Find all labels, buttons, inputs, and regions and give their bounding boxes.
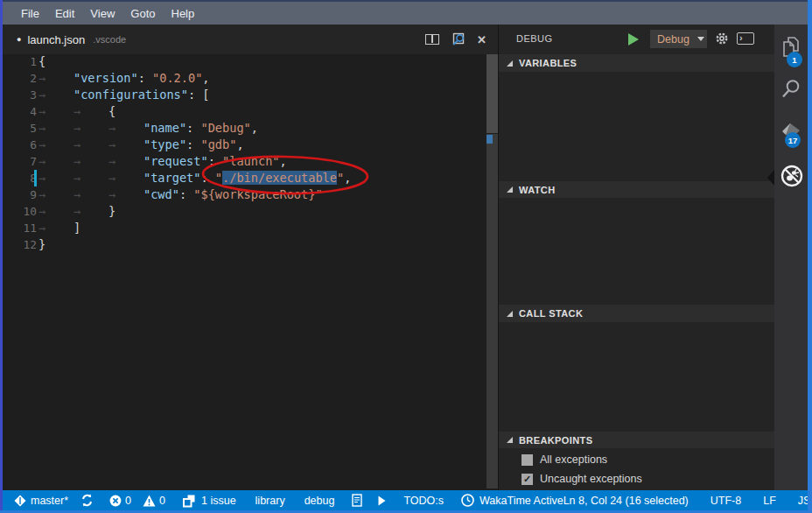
checkbox-unchecked[interactable] [522,454,533,466]
play-status-icon[interactable] [378,495,386,506]
line-number: 9 [3,186,37,203]
search-icon[interactable] [779,77,803,102]
code-token: "0.2.0" [152,71,202,85]
library-item[interactable]: library [256,495,285,507]
code-token: , [251,121,258,135]
error-icon [109,495,122,507]
debug-status-item[interactable]: debug [304,495,335,507]
code-text: →→→"request": "launch", [38,153,287,170]
section-variables[interactable]: VARIABLES [499,54,774,72]
code-line[interactable]: 11→] [3,220,484,236]
code-line[interactable]: 7→→→"request": "launch", [3,153,484,170]
tab-launch-json[interactable]: launch.json [27,33,85,46]
sync-button[interactable] [80,494,94,507]
code-text: →→→"name": "Debug", [38,120,258,137]
close-tab-icon[interactable]: ✕ [477,34,486,46]
code-line[interactable]: 10→→} [3,203,484,220]
editor-scrollbar[interactable] [486,134,498,488]
menu-edit[interactable]: Edit [47,4,82,24]
menu-goto[interactable]: Goto [122,4,163,24]
line-number: 12 [3,236,37,253]
code-token: } [38,237,46,251]
wakatime-item[interactable]: WakaTime Active [461,494,564,507]
code-token: { [108,104,116,118]
section-watch[interactable]: WATCH [499,181,774,198]
code-line[interactable]: 5→→→"name": "Debug", [3,120,484,137]
menu-file[interactable]: File [13,4,47,24]
code-text: { [38,53,46,70]
issues-icon [182,494,196,508]
line-number: 7 [3,153,37,170]
tab-whitespace-icon: → [38,87,74,103]
section-label: WATCH [519,185,556,195]
menu-help[interactable]: Help [164,4,203,24]
code-text: →→{ [38,103,116,120]
code-token: " [337,171,344,185]
status-bar: master* 0 [3,490,808,510]
checkbox-checked[interactable]: ✓ [522,474,533,485]
section-label: CALL STACK [519,308,583,319]
split-editor-icon[interactable] [425,34,439,45]
tab-whitespace-icon: → [74,203,108,220]
cursor-position-item[interactable]: Ln 8, Col 24 (16 selected) [564,495,689,507]
todo-item[interactable]: TODO:s [403,495,444,507]
debug-config-value: Debug [657,33,690,46]
debug-config-dropdown[interactable]: Debug [650,30,707,48]
code-token: : [186,137,200,151]
start-debug-button[interactable] [628,33,639,46]
code-text: →→→"target": "./bin/executable", [38,170,351,186]
tab-whitespace-icon: → [74,186,108,203]
code-token: "configurations" [74,88,188,102]
breakpoint-row: ✓Uncaught exceptions [499,469,774,488]
breakpoint-rows: All exceptions✓Uncaught exceptions [499,450,774,488]
code-token: "Debug" [200,121,250,135]
code-text: →"configurations": [ [38,87,210,103]
tab-whitespace-icon: → [38,153,74,170]
warnings-item[interactable]: 0 [143,495,165,507]
eol-item[interactable]: LF [763,495,776,507]
code-line[interactable]: 4→→{ [3,103,484,120]
tab-whitespace-icon: → [38,170,74,186]
code-line[interactable]: 8→→→"target": "./bin/executable", [3,170,484,186]
section-breakpoints[interactable]: BREAKPOINTS [499,432,774,448]
tab-whitespace-icon: → [38,103,74,120]
code-line[interactable]: 3→"configurations": [ [3,87,484,103]
code-line[interactable]: 6→→→"type": "gdb", [3,137,484,153]
activity-bar: 1 17 [774,25,808,490]
debug-icon[interactable] [779,163,803,187]
tab-whitespace-icon: → [38,120,74,137]
code-line[interactable]: 9→→→"cwd": "${workspaceRoot}" [3,186,484,203]
code-token: , [280,154,287,168]
code-token: : [186,121,200,135]
section-expand-icon [507,311,513,317]
line-number: 4 [3,103,37,120]
explorer-badge: 1 [787,52,802,67]
code-token: "cwd" [144,187,179,201]
tab-bar: ● launch.json .vscode ✕ [3,25,499,54]
warning-icon [143,495,156,507]
code-token: : [200,171,214,185]
editor-scrollbar-thumb[interactable] [486,54,498,133]
code-token: : [179,187,193,201]
open-preview-icon[interactable] [451,32,466,46]
code-token: [ [202,88,209,102]
menu-view[interactable]: View [82,4,122,24]
issues-item[interactable]: 1 issue [182,494,236,508]
errors-item[interactable]: 0 [109,495,131,507]
section-call-stack[interactable]: CALL STACK [499,305,774,322]
window-border-left [0,0,3,513]
git-branch-item[interactable]: master* [14,495,68,507]
debug-toolbar: DEBUG Debug › [499,25,774,53]
code-line[interactable]: 1{ [3,53,484,70]
breakpoint-row: All exceptions [499,450,774,469]
tab-whitespace-icon: → [108,153,144,170]
code-token: "request" [144,154,208,168]
todo-label: TODO:s [403,495,444,507]
code-line[interactable]: 12} [3,236,484,253]
gear-icon[interactable] [714,31,730,50]
code-line[interactable]: 2→"version": "0.2.0", [3,70,484,87]
open-console-icon[interactable]: › [737,32,754,45]
document-icon[interactable] [352,494,362,507]
breakpoint-label: All exceptions [540,453,607,466]
encoding-item[interactable]: UTF-8 [710,495,741,507]
